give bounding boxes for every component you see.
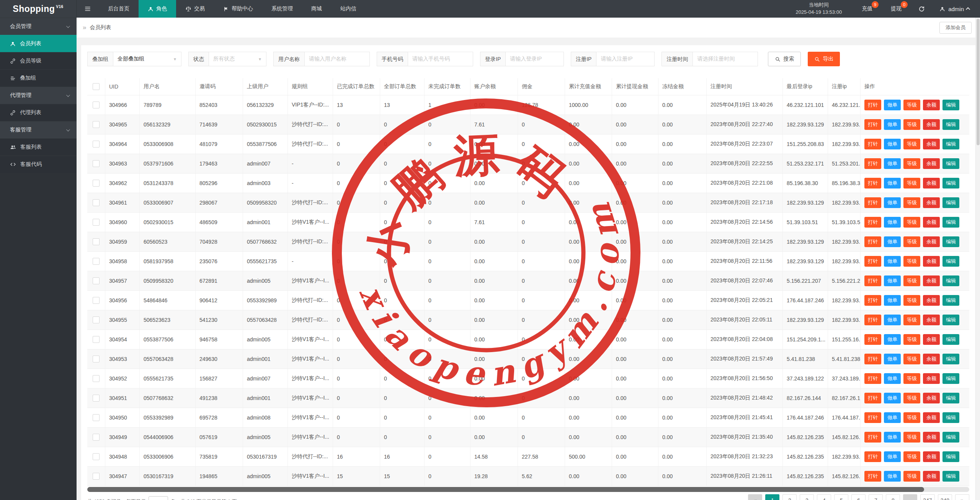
level-button[interactable]: 等级	[903, 412, 920, 423]
page-button-»[interactable]: »	[955, 494, 969, 500]
make-order-button[interactable]: 做单	[884, 119, 901, 130]
row-checkbox[interactable]	[93, 199, 100, 206]
level-button[interactable]: 等级	[903, 334, 920, 345]
level-button[interactable]: 等级	[903, 451, 920, 462]
sidebar-item-客服列表[interactable]: 客服列表	[0, 138, 77, 156]
level-button[interactable]: 等级	[903, 217, 920, 228]
make-order-button[interactable]: 做单	[884, 471, 901, 482]
vertical-scrollbar-thumb[interactable]	[977, 19, 980, 145]
level-button[interactable]: 等级	[903, 119, 920, 130]
export-button[interactable]: 导出	[808, 52, 840, 66]
filter-input[interactable]: 请输入手机号码	[408, 52, 473, 66]
row-checkbox[interactable]	[93, 473, 100, 480]
row-checkbox[interactable]	[93, 219, 100, 226]
sidebar-group-3[interactable]: 客服管理	[0, 121, 77, 138]
balance-button[interactable]: 余额	[923, 178, 940, 189]
inject-button[interactable]: 打针	[864, 256, 881, 267]
search-button[interactable]: 搜索	[768, 52, 801, 66]
sidebar-item-代理列表[interactable]: 代理列表	[0, 104, 77, 121]
row-checkbox[interactable]	[93, 395, 100, 402]
level-button[interactable]: 等级	[903, 100, 920, 110]
filter-input[interactable]: 请输入注册IP	[596, 52, 655, 66]
balance-button[interactable]: 余额	[923, 256, 940, 267]
user-menu[interactable]: admin	[933, 0, 980, 18]
edit-button[interactable]: 编辑	[942, 197, 959, 208]
make-order-button[interactable]: 做单	[884, 393, 901, 403]
make-order-button[interactable]: 做单	[884, 197, 901, 208]
make-order-button[interactable]: 做单	[884, 412, 901, 423]
horizontal-scrollbar[interactable]	[87, 487, 969, 492]
row-checkbox[interactable]	[93, 453, 100, 460]
level-button[interactable]: 等级	[903, 178, 920, 189]
nav-item-3[interactable]: 交易	[176, 0, 214, 18]
edit-button[interactable]: 编辑	[942, 119, 959, 130]
level-button[interactable]: 等级	[903, 393, 920, 403]
page-button-8[interactable]: 8	[886, 494, 900, 500]
level-button[interactable]: 等级	[903, 432, 920, 443]
balance-button[interactable]: 余额	[923, 393, 940, 403]
menu-toggle-button[interactable]	[77, 0, 99, 18]
make-order-button[interactable]: 做单	[884, 354, 901, 364]
nav-item-7[interactable]: 站内信	[331, 0, 366, 18]
row-checkbox[interactable]	[93, 336, 100, 343]
edit-button[interactable]: 编辑	[942, 158, 959, 169]
row-checkbox[interactable]	[93, 258, 100, 265]
edit-button[interactable]: 编辑	[942, 471, 959, 482]
sidebar-item-叠加组[interactable]: 叠加组	[0, 69, 77, 87]
page-button-5[interactable]: 5	[834, 494, 848, 500]
make-order-button[interactable]: 做单	[884, 100, 901, 110]
level-button[interactable]: 等级	[903, 275, 920, 286]
row-checkbox[interactable]	[93, 356, 100, 362]
inject-button[interactable]: 打针	[864, 100, 881, 110]
inject-button[interactable]: 打针	[864, 275, 881, 286]
page-button-247[interactable]: 247	[920, 494, 934, 500]
page-button-248[interactable]: 248	[938, 494, 952, 500]
edit-button[interactable]: 编辑	[942, 100, 959, 110]
vertical-scrollbar[interactable]	[975, 18, 980, 500]
filter-select[interactable]: 所有状态▼	[209, 52, 266, 66]
level-button[interactable]: 等级	[903, 236, 920, 247]
balance-button[interactable]: 余额	[923, 100, 940, 110]
sidebar-group-1[interactable]: 会员管理	[0, 18, 77, 35]
balance-button[interactable]: 余额	[923, 354, 940, 364]
make-order-button[interactable]: 做单	[884, 334, 901, 345]
balance-button[interactable]: 余额	[923, 119, 940, 130]
balance-button[interactable]: 余额	[923, 158, 940, 169]
balance-button[interactable]: 余额	[923, 217, 940, 228]
sidebar-item-客服代码[interactable]: 客服代码	[0, 156, 77, 173]
edit-button[interactable]: 编辑	[942, 256, 959, 267]
make-order-button[interactable]: 做单	[884, 315, 901, 325]
edit-button[interactable]: 编辑	[942, 451, 959, 462]
page-button-3[interactable]: 3	[800, 494, 814, 500]
page-size-select[interactable]: 20 ▼	[149, 496, 168, 500]
make-order-button[interactable]: 做单	[884, 139, 901, 149]
edit-button[interactable]: 编辑	[942, 432, 959, 443]
edit-button[interactable]: 编辑	[942, 373, 959, 384]
inject-button[interactable]: 打针	[864, 412, 881, 423]
inject-button[interactable]: 打针	[864, 471, 881, 482]
balance-button[interactable]: 余额	[923, 373, 940, 384]
row-checkbox[interactable]	[93, 102, 100, 108]
row-checkbox[interactable]	[93, 414, 100, 421]
row-checkbox[interactable]	[93, 238, 100, 245]
page-button-7[interactable]: 7	[869, 494, 883, 500]
level-button[interactable]: 等级	[903, 373, 920, 384]
filter-input[interactable]: 请输入登录IP	[506, 52, 564, 66]
row-checkbox[interactable]	[93, 375, 100, 382]
inject-button[interactable]: 打针	[864, 373, 881, 384]
level-button[interactable]: 等级	[903, 295, 920, 306]
level-button[interactable]: 等级	[903, 158, 920, 169]
edit-button[interactable]: 编辑	[942, 295, 959, 306]
page-button-2[interactable]: 2	[782, 494, 797, 500]
edit-button[interactable]: 编辑	[942, 412, 959, 423]
inject-button[interactable]: 打针	[864, 197, 881, 208]
inject-button[interactable]: 打针	[864, 354, 881, 364]
make-order-button[interactable]: 做单	[884, 178, 901, 189]
balance-button[interactable]: 余额	[923, 412, 940, 423]
select-all-checkbox[interactable]	[93, 83, 100, 90]
level-button[interactable]: 等级	[903, 256, 920, 267]
level-button[interactable]: 等级	[903, 354, 920, 364]
row-checkbox[interactable]	[93, 316, 100, 323]
make-order-button[interactable]: 做单	[884, 451, 901, 462]
row-checkbox[interactable]	[93, 297, 100, 304]
